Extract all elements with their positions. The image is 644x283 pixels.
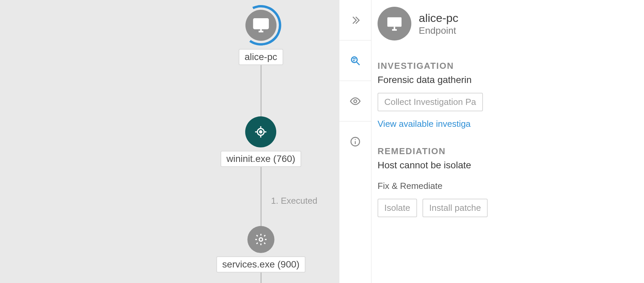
- chevrons-right-icon: [350, 15, 361, 26]
- node-label: wininit.exe (760): [221, 151, 302, 167]
- isolation-status: Host cannot be isolate: [378, 160, 510, 171]
- process-tree[interactable]: 1. Executed alice-pc: [182, 0, 339, 283]
- svg-point-11: [352, 57, 357, 62]
- section-heading-remediation: REMEDIATION: [378, 146, 510, 157]
- tree-node-process[interactable]: wininit.exe (760): [221, 116, 302, 167]
- tab-info[interactable]: [339, 121, 371, 162]
- detail-tabstrip: [339, 0, 371, 283]
- svg-point-10: [259, 238, 262, 241]
- process-tree-panel: 1. Executed alice-pc: [0, 0, 339, 283]
- details-header: alice-pc Endpoint: [378, 7, 510, 40]
- edge-label: 1. Executed: [271, 196, 317, 206]
- target-icon: [246, 116, 277, 147]
- isolate-button[interactable]: Isolate: [378, 199, 417, 217]
- info-icon: [350, 136, 361, 147]
- tab-expand[interactable]: [339, 0, 371, 40]
- details-subtitle: Endpoint: [419, 25, 458, 36]
- section-heading-investigation: INVESTIGATION: [378, 61, 510, 71]
- investigation-subheading: Forensic data gatherin: [378, 75, 510, 85]
- install-patches-button[interactable]: Install patche: [422, 199, 488, 217]
- tab-investigate[interactable]: [339, 40, 371, 81]
- endpoint-avatar: [378, 7, 411, 40]
- tree-node-endpoint[interactable]: alice-pc: [238, 5, 283, 65]
- search-doc-icon: [350, 55, 361, 66]
- details-title: alice-pc: [419, 11, 458, 25]
- collect-investigation-button[interactable]: Collect Investigation Pa: [378, 93, 483, 111]
- app-root: 1. Executed alice-pc: [0, 0, 644, 283]
- node-label: alice-pc: [238, 49, 283, 65]
- details-panel: alice-pc Endpoint INVESTIGATION Forensic…: [371, 0, 510, 283]
- node-ring: [240, 5, 281, 46]
- svg-point-5: [260, 131, 262, 133]
- gear-icon: [247, 226, 274, 253]
- fix-remediate-label: Fix & Remediate: [378, 181, 510, 191]
- eye-icon: [350, 95, 361, 107]
- tab-view[interactable]: [339, 81, 371, 121]
- view-investigations-link[interactable]: View available investiga: [378, 119, 471, 129]
- svg-rect-19: [387, 17, 402, 27]
- svg-point-15: [354, 100, 357, 103]
- node-label: services.exe (900): [216, 256, 306, 273]
- monitor-icon: [385, 14, 404, 33]
- tree-connector: [260, 159, 261, 234]
- svg-point-18: [355, 139, 356, 140]
- svg-line-12: [357, 62, 360, 65]
- tree-node-process[interactable]: services.exe (900): [216, 226, 306, 273]
